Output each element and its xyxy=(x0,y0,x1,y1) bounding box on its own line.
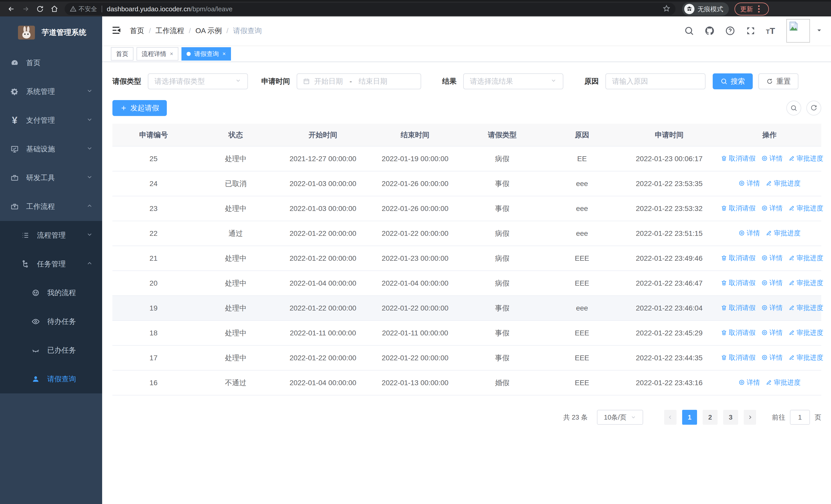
sidebar-item-workflow[interactable]: 工作流程 xyxy=(0,192,102,221)
fontsize-icon[interactable]: TT xyxy=(766,26,775,36)
approval-progress-link[interactable]: 审批进度 xyxy=(789,353,823,362)
approval-progress-link[interactable]: 审批进度 xyxy=(766,229,800,238)
search-button[interactable]: 搜索 xyxy=(713,73,753,89)
search-icon[interactable] xyxy=(684,26,694,36)
home-icon[interactable] xyxy=(49,3,60,14)
eye-closed-icon xyxy=(31,346,40,355)
bookmark-star-icon[interactable] xyxy=(663,5,670,13)
breadcrumb-home[interactable]: 首页 xyxy=(130,26,144,36)
sidebar-item-leave-query[interactable]: 请假查询 xyxy=(0,365,102,393)
pagination-total: 共 23 条 xyxy=(563,413,588,422)
cancel-leave-link[interactable]: 取消请假 xyxy=(721,303,755,312)
address-bar[interactable]: 不安全 dashboard.yudao.iocoder.cn/bpm/oa/le… xyxy=(65,3,676,15)
page-size-select[interactable]: 10条/页 xyxy=(597,410,643,425)
back-icon[interactable] xyxy=(6,3,17,14)
caret-down-icon[interactable] xyxy=(816,27,822,34)
url-separator xyxy=(102,6,102,12)
page-button-3[interactable]: 3 xyxy=(723,410,738,425)
detail-link[interactable]: 详情 xyxy=(761,204,783,213)
cancel-leave-link[interactable]: 取消请假 xyxy=(721,353,755,362)
chevron-down-icon xyxy=(86,88,93,96)
cancel-leave-link[interactable]: 取消请假 xyxy=(721,278,755,288)
sidebar-item-my-process[interactable]: 我的流程 xyxy=(0,278,102,307)
github-icon[interactable] xyxy=(705,26,715,36)
chevron-down-icon xyxy=(86,174,93,182)
sidebar-item-home[interactable]: 首页 xyxy=(0,49,102,77)
tab-leave-query[interactable]: 请假查询× xyxy=(181,47,231,61)
approval-progress-link[interactable]: 审批进度 xyxy=(766,179,800,188)
breadcrumb-oa[interactable]: OA 示例 xyxy=(196,26,222,36)
next-page-button[interactable] xyxy=(744,410,756,425)
detail-link[interactable]: 详情 xyxy=(738,378,760,387)
avatar[interactable] xyxy=(786,19,810,42)
pagination: 共 23 条 10条/页 1 2 3 前往 页 xyxy=(112,410,821,425)
create-leave-button[interactable]: 发起请假 xyxy=(112,100,167,116)
leave-type-select[interactable]: 请选择请假类型 xyxy=(148,73,248,89)
approval-progress-link[interactable]: 审批进度 xyxy=(789,204,823,213)
cancel-leave-link[interactable]: 取消请假 xyxy=(721,254,755,263)
edit-icon xyxy=(789,329,795,336)
sidebar-fold-icon[interactable] xyxy=(111,25,121,36)
help-icon[interactable] xyxy=(725,26,735,36)
cancel-leave-link[interactable]: 取消请假 xyxy=(721,328,755,337)
prev-page-button[interactable] xyxy=(664,410,677,425)
detail-link[interactable]: 详情 xyxy=(761,254,783,263)
trash-icon xyxy=(721,255,727,261)
cancel-leave-link[interactable]: 取消请假 xyxy=(721,204,755,213)
approval-progress-link[interactable]: 审批进度 xyxy=(789,303,823,312)
detail-link[interactable]: 详情 xyxy=(761,303,783,312)
chevron-down-icon xyxy=(550,77,557,85)
sidebar-item-infrastructure[interactable]: 基础设施 xyxy=(0,135,102,164)
reset-button[interactable]: 重置 xyxy=(758,73,798,89)
result-select[interactable]: 请选择流结果 xyxy=(463,73,563,89)
chevron-down-icon xyxy=(86,145,93,153)
tags-view-bar: 首页 流程详情× 请假查询× xyxy=(102,45,831,62)
forward-icon[interactable] xyxy=(20,3,31,14)
approval-progress-link[interactable]: 审批进度 xyxy=(789,254,823,263)
detail-link[interactable]: 详情 xyxy=(761,154,783,163)
approval-progress-link[interactable]: 审批进度 xyxy=(789,328,823,337)
breadcrumb-workflow[interactable]: 工作流程 xyxy=(155,26,184,36)
table-toolbar: 发起请假 xyxy=(112,100,821,116)
reason-input[interactable] xyxy=(605,73,706,89)
sidebar-item-task-mgmt[interactable]: 任务管理 xyxy=(0,250,102,278)
tab-process-detail[interactable]: 流程详情× xyxy=(137,47,178,61)
cancel-leave-link[interactable]: 取消请假 xyxy=(721,154,755,163)
sidebar-item-todo-tasks[interactable]: 待办任务 xyxy=(0,307,102,336)
show-search-button[interactable] xyxy=(786,100,801,116)
app-logo[interactable]: 芋道管理系统 xyxy=(0,17,102,49)
tab-home[interactable]: 首页 xyxy=(111,47,134,61)
approval-progress-link[interactable]: 审批进度 xyxy=(789,154,823,163)
sidebar-item-system[interactable]: 系统管理 xyxy=(0,77,102,106)
sidebar-item-devtools[interactable]: 研发工具 xyxy=(0,164,102,192)
fullscreen-icon[interactable] xyxy=(746,26,756,36)
page-button-2[interactable]: 2 xyxy=(703,410,718,425)
detail-link[interactable]: 详情 xyxy=(761,328,783,337)
edit-icon xyxy=(766,230,772,236)
sidebar-item-process-mgmt[interactable]: 流程管理 xyxy=(0,221,102,250)
leave-table: 申请编号 状态 开始时间 结束时间 请假类型 原因 申请时间 操作 25 处理中… xyxy=(112,124,821,395)
detail-link[interactable]: 详情 xyxy=(761,353,783,362)
reload-icon[interactable] xyxy=(34,3,46,14)
close-icon[interactable]: × xyxy=(170,51,173,57)
table-row: 24 已取消 2022-01-03 00:00:00 2022-01-26 00… xyxy=(112,171,821,196)
detail-link[interactable]: 详情 xyxy=(738,179,760,188)
sidebar-item-done-tasks[interactable]: 已办任务 xyxy=(0,336,102,365)
refresh-table-button[interactable] xyxy=(806,100,821,116)
detail-link[interactable]: 详情 xyxy=(761,278,783,288)
table-row-highlighted: 19 处理中 2022-01-22 00:00:00 2022-01-22 00… xyxy=(112,296,821,321)
edit-icon xyxy=(789,354,795,361)
browser-menu-icon[interactable] xyxy=(756,4,761,13)
page-button-1[interactable]: 1 xyxy=(682,410,697,425)
update-button[interactable]: 更新 xyxy=(735,3,769,16)
goto-page-input[interactable] xyxy=(790,410,810,425)
approval-progress-link[interactable]: 审批进度 xyxy=(789,278,823,288)
sidebar-item-payment[interactable]: ¥ 支付管理 xyxy=(0,106,102,135)
not-secure-warning[interactable]: 不安全 xyxy=(70,5,97,13)
view-icon xyxy=(738,180,745,186)
incognito-badge: 无痕模式 xyxy=(682,2,729,16)
date-range-picker[interactable]: 开始日期 - 结束日期 xyxy=(297,73,421,89)
detail-link[interactable]: 详情 xyxy=(738,229,760,238)
approval-progress-link[interactable]: 审批进度 xyxy=(766,378,800,387)
close-icon[interactable]: × xyxy=(223,51,226,57)
